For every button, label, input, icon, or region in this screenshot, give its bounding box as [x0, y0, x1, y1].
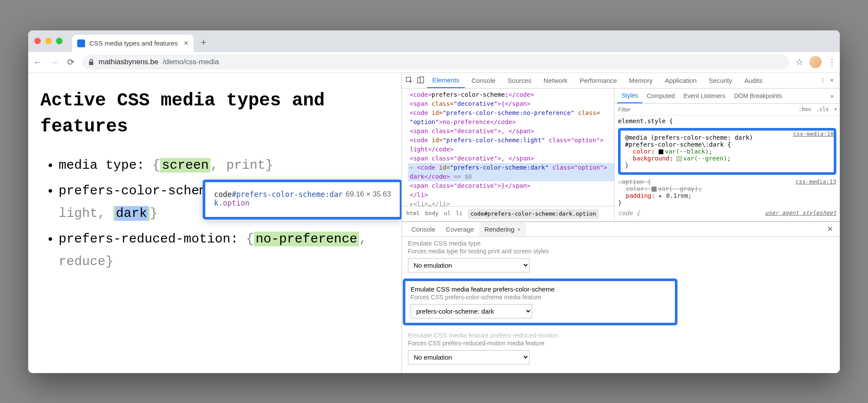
url-domain: mathiasbynens.be [99, 58, 158, 66]
address-bar[interactable]: mathiasbynens.be/demo/css-media [82, 55, 789, 69]
active-value: screen [160, 158, 210, 173]
browser-tab[interactable]: CSS media types and features × [72, 35, 194, 52]
more-tabs-icon[interactable]: » [827, 92, 837, 99]
devtools-tabs: Elements Console Sources Network Perform… [402, 73, 840, 88]
tab-audits[interactable]: Audits [739, 73, 768, 88]
devtools-close-icon[interactable]: × [830, 77, 834, 84]
maximize-window-icon[interactable] [56, 38, 62, 44]
style-rules[interactable]: element.style { css-media:18 @media (pre… [615, 116, 840, 221]
styles-tabs: Styles Computed Event Listeners DOM Brea… [615, 88, 840, 104]
tab-computed[interactable]: Computed [642, 89, 679, 103]
color-scheme-select[interactable]: prefers-color-scheme: dark [411, 304, 532, 318]
close-icon: × [517, 226, 521, 233]
drawer-tab-coverage[interactable]: Coverage [441, 223, 479, 236]
page-viewport: Active CSS media types and features medi… [28, 73, 401, 373]
tab-elements[interactable]: Elements [427, 73, 465, 88]
source-link[interactable]: css-media:18 [793, 131, 834, 137]
back-button[interactable]: ← [33, 57, 43, 67]
toolbar: ← → ⟳ mathiasbynens.be/demo/css-media ☆ … [28, 52, 840, 73]
inspect-element-icon[interactable] [404, 75, 414, 85]
media-type-select[interactable]: No emulation [408, 258, 529, 272]
drawer-tab-console[interactable]: Console [406, 223, 441, 236]
tab-performance[interactable]: Performance [575, 73, 622, 88]
tab-event-listeners[interactable]: Event Listeners [679, 89, 730, 103]
browser-window: CSS media types and features × + ← → ⟳ m… [28, 30, 840, 373]
rendering-panel: Emulate CSS media type Forces media type… [402, 237, 840, 373]
device-toolbar-icon[interactable] [416, 75, 425, 85]
add-rule-button[interactable]: + [832, 106, 840, 112]
tab-title: CSS media types and features [89, 39, 178, 47]
window-controls [34, 38, 62, 44]
tab-application[interactable]: Application [660, 73, 702, 88]
emulate-reduced-motion: Emulate CSS media feature prefers-reduce… [408, 331, 834, 364]
url-path: /demo/css-media [163, 58, 219, 66]
hov-toggle[interactable]: :hov [796, 106, 814, 112]
dom-tree-panel: <code>prefers-color-scheme:</code> <span… [402, 88, 615, 221]
color-swatch-icon[interactable] [677, 156, 682, 161]
devtools-settings-icon[interactable]: ⋮ [820, 77, 826, 84]
emulate-media-type: Emulate CSS media type Forces media type… [408, 239, 834, 272]
color-swatch-icon[interactable] [658, 149, 664, 154]
svg-rect-2 [420, 77, 424, 83]
tab-strip: CSS media types and features × + [28, 30, 840, 52]
list-item: media type: {screen, print} [59, 154, 393, 177]
new-tab-button[interactable]: + [197, 36, 210, 49]
list-item: prefers-reduced-motion: {no-preference, … [59, 228, 393, 273]
dom-tree[interactable]: <code>prefers-color-scheme:</code> <span… [402, 88, 614, 206]
bookmark-icon[interactable]: ☆ [796, 57, 803, 67]
minimize-window-icon[interactable] [45, 38, 52, 44]
menu-icon[interactable]: ⋮ [828, 57, 835, 67]
color-swatch-icon[interactable] [651, 187, 657, 192]
styles-filter-input[interactable] [615, 104, 796, 115]
reload-button[interactable]: ⟳ [66, 57, 76, 67]
devtools-panel: Elements Console Sources Network Perform… [401, 73, 840, 373]
tooltip-dimensions: 69.16 × 35.63 [346, 190, 391, 199]
tab-memory[interactable]: Memory [624, 73, 658, 88]
profile-avatar[interactable] [809, 56, 822, 68]
reduced-motion-select[interactable]: No emulation [408, 350, 529, 364]
selected-dom-node: ⋯ <code id="prefers-color-scheme:dark" c… [408, 163, 614, 172]
tab-security[interactable]: Security [704, 73, 737, 88]
selected-text: dark [115, 206, 148, 221]
tab-sources[interactable]: Sources [503, 73, 537, 88]
dom-breadcrumbs[interactable]: html body ul li code#prefers-color-schem… [402, 206, 614, 221]
highlighted-style-rule: css-media:18 @media (prefers-color-schem… [618, 128, 836, 175]
content-area: Active CSS media types and features medi… [28, 73, 840, 373]
lock-icon [88, 59, 94, 66]
tab-styles[interactable]: Styles [617, 88, 642, 103]
styles-filter-row: :hov .cls + [615, 104, 840, 116]
active-value: no-preference [254, 232, 359, 246]
tab-dom-breakpoints[interactable]: DOM Breakpoints [730, 89, 786, 103]
tab-network[interactable]: Network [539, 73, 573, 88]
styles-panel: Styles Computed Event Listeners DOM Brea… [615, 88, 840, 221]
page-heading: Active CSS media types and features [40, 88, 393, 141]
drawer-close-icon[interactable]: × [825, 223, 835, 235]
tab-console[interactable]: Console [467, 73, 501, 88]
inspector-tooltip: code#prefers-color-scheme:dar 69.16 × 35… [203, 180, 401, 220]
devtools-drawer: Console Coverage Rendering× × Emulate CS… [402, 222, 840, 373]
drawer-tabs: Console Coverage Rendering× × [402, 222, 840, 237]
drawer-tab-rendering[interactable]: Rendering× [479, 223, 526, 236]
active-value: dark [113, 206, 150, 221]
source-link[interactable]: css-media:13 [796, 178, 836, 185]
emulate-color-scheme: Emulate CSS media feature prefers-color-… [403, 278, 677, 325]
close-tab-icon[interactable]: × [184, 39, 188, 48]
favicon-icon [77, 39, 85, 47]
cls-toggle[interactable]: .cls [814, 106, 832, 112]
forward-button[interactable]: → [49, 57, 59, 67]
close-window-icon[interactable] [34, 38, 41, 44]
